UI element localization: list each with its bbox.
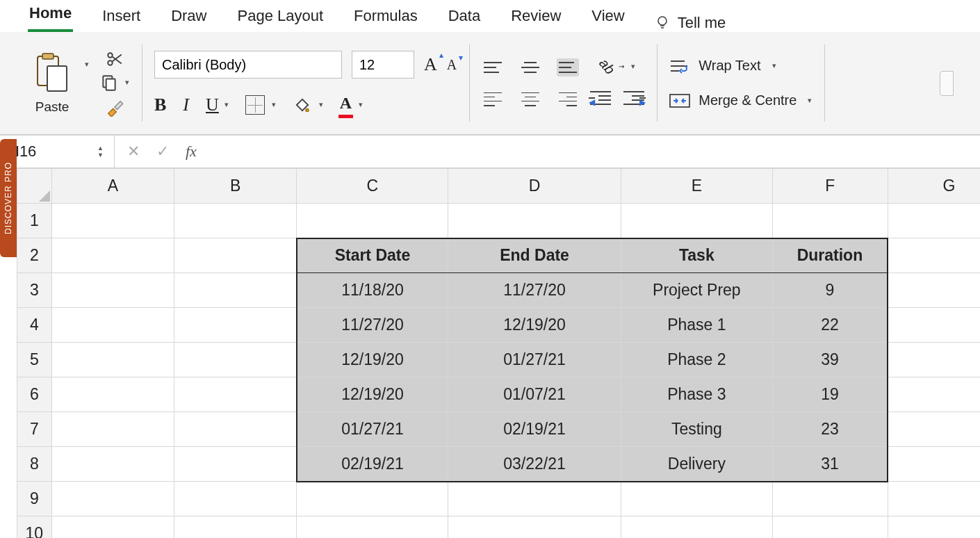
bold-button[interactable]: B (154, 95, 166, 115)
copy-button[interactable]: ▾ (100, 74, 129, 92)
row-header-1[interactable]: 1 (17, 204, 52, 238)
cell[interactable] (888, 343, 980, 377)
cell[interactable] (621, 516, 772, 539)
cell[interactable] (772, 482, 888, 516)
align-top-button[interactable] (482, 58, 504, 76)
tab-view[interactable]: View (590, 4, 626, 32)
cell[interactable]: 19 (772, 377, 888, 412)
cell[interactable] (174, 238, 297, 273)
cell[interactable] (174, 412, 297, 447)
discover-side-tab[interactable]: DISCOVER PRO (0, 139, 17, 257)
fill-color-button[interactable] (293, 95, 312, 115)
row-header-9[interactable]: 9 (17, 482, 52, 516)
col-header-F[interactable]: F (772, 169, 888, 204)
row-header-5[interactable]: 5 (17, 343, 52, 377)
cell[interactable] (297, 482, 448, 516)
row-header-10[interactable]: 10 (17, 516, 52, 539)
cell[interactable] (174, 516, 297, 539)
tab-page-layout[interactable]: Page Layout (236, 4, 325, 32)
font-color-button[interactable]: A (340, 94, 352, 115)
align-bottom-button[interactable] (557, 58, 579, 76)
decrease-font-button[interactable]: A▾ (447, 57, 457, 73)
row-header-8[interactable]: 8 (17, 447, 52, 482)
increase-font-button[interactable]: A▴ (424, 54, 437, 75)
cell[interactable] (772, 516, 888, 539)
cell[interactable]: 12/19/20 (297, 343, 448, 377)
cell[interactable]: 02/19/21 (297, 447, 448, 482)
col-header-A[interactable]: A (51, 169, 174, 204)
cell[interactable] (51, 412, 174, 447)
underline-button[interactable]: U (206, 95, 219, 115)
wrap-text-button[interactable]: ​ Wrap Text ▾ (669, 58, 776, 74)
cell[interactable] (448, 516, 621, 539)
increase-indent-button[interactable]: ▶ (623, 88, 644, 108)
cell[interactable]: 39 (772, 343, 888, 377)
cell[interactable]: 12/19/20 (448, 308, 621, 343)
cell[interactable]: 03/22/21 (448, 447, 621, 482)
row-header-3[interactable]: 3 (17, 273, 52, 308)
cell[interactable] (174, 204, 297, 238)
paste-caret-icon[interactable]: ▾ (85, 60, 89, 69)
col-header-D[interactable]: D (448, 169, 621, 204)
cell[interactable]: Testing (621, 412, 772, 447)
align-right-button[interactable] (557, 90, 579, 108)
cell[interactable] (888, 412, 980, 447)
cell[interactable] (51, 238, 174, 273)
borders-caret-icon[interactable]: ▾ (272, 100, 276, 109)
cell[interactable] (297, 516, 448, 539)
cancel-formula-button[interactable]: ✕ (127, 142, 140, 161)
col-header-B[interactable]: B (174, 169, 297, 204)
cell[interactable]: 22 (772, 308, 888, 343)
cell[interactable] (51, 308, 174, 343)
cell[interactable] (51, 273, 174, 308)
cell[interactable]: Delivery (621, 447, 772, 482)
decrease-indent-button[interactable]: ◀ (590, 88, 611, 108)
cell[interactable]: Duration (772, 238, 888, 273)
cell[interactable] (888, 308, 980, 343)
cell[interactable] (888, 516, 980, 539)
fill-caret-icon[interactable]: ▾ (319, 100, 323, 109)
cell[interactable]: 11/18/20 (297, 273, 448, 308)
format-painter-button[interactable] (105, 97, 124, 117)
cell[interactable] (888, 273, 980, 308)
tab-data[interactable]: Data (447, 4, 482, 32)
tell-me[interactable]: Tell me (654, 14, 726, 32)
cell[interactable] (621, 204, 772, 238)
cell[interactable] (297, 204, 448, 238)
fx-icon[interactable]: fx (186, 142, 197, 161)
cell[interactable]: 9 (772, 273, 888, 308)
align-center-button[interactable] (519, 90, 541, 108)
cell[interactable]: Phase 3 (621, 377, 772, 412)
cell[interactable] (174, 377, 297, 412)
tab-draw[interactable]: Draw (170, 4, 208, 32)
formula-input[interactable] (209, 136, 980, 168)
cell[interactable]: Task (621, 238, 772, 273)
cell[interactable]: End Date (448, 238, 621, 273)
cell[interactable]: 01/27/21 (448, 343, 621, 377)
tab-home[interactable]: Home (28, 1, 73, 32)
italic-button[interactable]: I (183, 95, 189, 115)
cut-button[interactable] (106, 50, 124, 68)
cell[interactable]: Phase 1 (621, 308, 772, 343)
borders-button[interactable] (245, 95, 265, 115)
align-middle-button[interactable] (519, 58, 541, 76)
cell[interactable]: 11/27/20 (297, 308, 448, 343)
cell[interactable]: 02/19/21 (448, 412, 621, 447)
underline-caret-icon[interactable]: ▾ (224, 100, 229, 109)
cell[interactable] (51, 516, 174, 539)
font-color-caret-icon[interactable]: ▾ (359, 100, 363, 109)
cell[interactable] (888, 482, 980, 516)
cell[interactable]: Project Prep (621, 273, 772, 308)
cell[interactable]: Phase 2 (621, 343, 772, 377)
row-header-2[interactable]: 2 (17, 238, 52, 273)
cell[interactable]: 01/27/21 (297, 412, 448, 447)
cell[interactable] (51, 482, 174, 516)
cell[interactable] (174, 273, 297, 308)
cell[interactable] (51, 447, 174, 482)
cell[interactable] (448, 482, 621, 516)
cell[interactable] (51, 377, 174, 412)
align-left-button[interactable] (482, 90, 504, 108)
select-all-corner[interactable] (17, 169, 52, 204)
cell[interactable] (621, 482, 772, 516)
col-header-C[interactable]: C (297, 169, 448, 204)
